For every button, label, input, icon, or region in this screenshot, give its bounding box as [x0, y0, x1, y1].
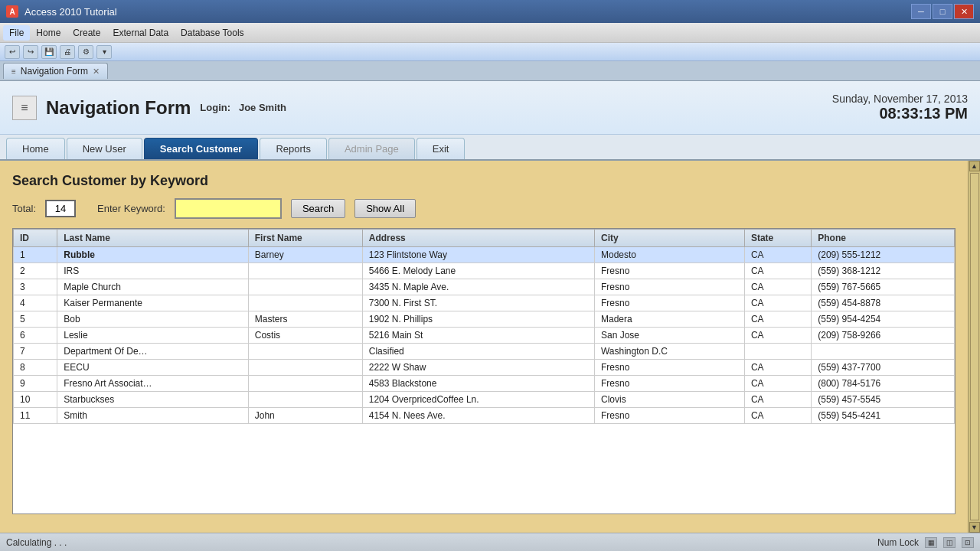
search-button[interactable]: Search: [291, 199, 345, 218]
nav-form-datetime: Sunday, November 17, 2013 08:33:13 PM: [832, 93, 968, 122]
table-row[interactable]: 7Department Of De…ClasifiedWashington D.…: [14, 344, 955, 360]
nav-form-login: Login: Joe Smith: [200, 102, 286, 113]
show-all-button[interactable]: Show All: [354, 199, 416, 218]
nav-form-title: Navigation Form: [46, 97, 191, 119]
database-tools-menu[interactable]: Database Tools: [175, 25, 250, 41]
tab-exit[interactable]: Exit: [416, 138, 466, 159]
table-row[interactable]: 8EECU2222 W ShawFresnoCA(559) 437-7700: [14, 360, 955, 376]
col-id: ID: [14, 230, 57, 247]
save-button[interactable]: 💾: [41, 45, 57, 59]
table-row[interactable]: 4Kaiser Permanente7300 N. First ST.Fresn…: [14, 295, 955, 311]
search-controls: Total: 14 Enter Keyword: Search Show All: [12, 198, 968, 219]
table-row[interactable]: 3Maple Church3435 N. Maple Ave.FresnoCA(…: [14, 279, 955, 295]
file-menu[interactable]: File: [3, 25, 30, 41]
status-right: Num Lock ▦ ◫ ⊡: [877, 537, 974, 548]
nav-form-icon: ≡: [12, 96, 37, 120]
status-text: Calculating . . .: [6, 537, 67, 548]
col-first-name: First Name: [248, 230, 362, 247]
col-state: State: [744, 230, 811, 247]
nav-form-tab-icon: ≡: [11, 67, 16, 76]
title-bar-controls: ─ □ ✕: [911, 4, 974, 19]
keyword-input[interactable]: [175, 198, 282, 219]
num-lock-label: Num Lock: [877, 537, 919, 548]
table-row[interactable]: 10Starbuckses1204 OverpricedCoffee Ln.Cl…: [14, 392, 955, 408]
col-phone: Phone: [812, 230, 955, 247]
table-row[interactable]: 5BobMasters1902 N. PhillipsMaderaCA(559)…: [14, 311, 955, 328]
ribbon: ↩ ↪ 💾 🖨 ⚙ ▾: [0, 43, 980, 61]
total-value: 14: [45, 200, 76, 217]
access-icon: A: [6, 5, 18, 18]
nav-tabs: Home New User Search Customer Reports Ad…: [0, 135, 980, 161]
scroll-track: [970, 173, 979, 520]
total-label: Total:: [12, 203, 36, 214]
minimize-button[interactable]: ─: [911, 4, 931, 19]
doc-tab-bar: ≡ Navigation Form ✕: [0, 61, 980, 81]
nav-form-date: Sunday, November 17, 2013: [832, 93, 968, 105]
status-icon-2[interactable]: ◫: [943, 537, 956, 548]
status-icon-1[interactable]: ▦: [925, 537, 937, 548]
form-scrollbar: ▲ ▼: [968, 161, 980, 533]
nav-form-user: Joe Smith: [239, 102, 286, 113]
create-menu[interactable]: Create: [67, 25, 106, 41]
table-row[interactable]: 9Fresno Art Associat…4583 BlackstoneFres…: [14, 376, 955, 392]
table-row[interactable]: 11SmithJohn4154 N. Nees Ave.FresnoCA(559…: [14, 408, 955, 424]
scroll-down-arrow[interactable]: ▼: [969, 522, 980, 533]
tab-admin-page: Admin Page: [328, 138, 415, 159]
scroll-up-arrow[interactable]: ▲: [969, 161, 980, 171]
nav-form-time: 08:33:13 PM: [832, 105, 968, 122]
title-bar: A Access 2010 Tutorial ─ □ ✕: [0, 0, 980, 23]
table-row[interactable]: 1RubbleBarney123 Flintstone WayModestoCA…: [14, 247, 955, 263]
tab-reports[interactable]: Reports: [260, 138, 327, 159]
status-icon-3[interactable]: ⊡: [962, 537, 974, 548]
redo-button[interactable]: ↪: [23, 45, 38, 59]
nav-form-tab-label: Navigation Form: [21, 66, 88, 77]
table-row[interactable]: 6LeslieCostis5216 Main StSan JoseCA(209)…: [14, 328, 955, 344]
col-last-name: Last Name: [57, 230, 249, 247]
keyword-label: Enter Keyword:: [97, 203, 165, 214]
tab-home[interactable]: Home: [6, 138, 65, 159]
properties-button[interactable]: ⚙: [78, 45, 93, 59]
table-row[interactable]: 2IRS5466 E. Melody LaneFresnoCA(559) 368…: [14, 263, 955, 279]
table-header-row: ID Last Name First Name Address City Sta…: [14, 230, 955, 247]
close-window-button[interactable]: ✕: [954, 4, 974, 19]
form-body: Search Customer by Keyword Total: 14 Ent…: [0, 161, 980, 533]
title-bar-text: Access 2010 Tutorial: [24, 6, 117, 18]
col-address: Address: [362, 230, 594, 247]
status-bar: Calculating . . . Num Lock ▦ ◫ ⊡: [0, 533, 980, 551]
more-button[interactable]: ▾: [96, 45, 112, 59]
title-bar-left: A Access 2010 Tutorial: [6, 5, 117, 18]
customer-table: ID Last Name First Name Address City Sta…: [13, 229, 955, 424]
restore-button[interactable]: □: [933, 4, 952, 19]
menu-bar: File Home Create External Data Database …: [0, 23, 980, 43]
external-data-menu[interactable]: External Data: [106, 25, 175, 41]
home-menu[interactable]: Home: [30, 25, 67, 41]
tab-new-user[interactable]: New User: [67, 138, 142, 159]
nav-form-tab[interactable]: ≡ Navigation Form ✕: [3, 63, 108, 79]
undo-button[interactable]: ↩: [5, 45, 20, 59]
main-content: ≡ Navigation Form Login: Joe Smith Sunda…: [0, 81, 980, 533]
tab-search-customer[interactable]: Search Customer: [144, 138, 259, 159]
col-city: City: [594, 230, 744, 247]
nav-form-left: ≡ Navigation Form Login: Joe Smith: [12, 96, 286, 120]
table-container[interactable]: ID Last Name First Name Address City Sta…: [12, 228, 956, 514]
print-button[interactable]: 🖨: [60, 45, 75, 59]
nav-form-header: ≡ Navigation Form Login: Joe Smith Sunda…: [0, 81, 980, 135]
nav-form-tab-close[interactable]: ✕: [93, 67, 100, 77]
search-form-title: Search Customer by Keyword: [12, 173, 968, 189]
